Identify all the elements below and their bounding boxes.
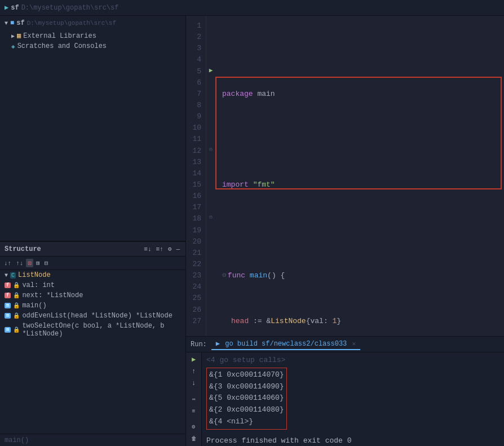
struct-item-listnode[interactable]: ▼ C ListNode [0, 270, 185, 280]
sidebar-item-scratches[interactable]: ◈ Scratches and Consoles [0, 41, 185, 51]
sort-alpha-icon[interactable]: ≡↓ [143, 245, 152, 253]
sort-type-icon[interactable]: ≡↑ [155, 245, 165, 253]
sidebar: ▼ ■ sf D:\mysetup\gopath\src\sf ▶ ▦ Exte… [0, 16, 186, 446]
run-tab-label: go build sf/newclass2/class033 [225, 340, 347, 348]
fold-gutter-12: ⊖ [206, 144, 215, 156]
run-tab-active[interactable]: ▶ go build sf/newclass2/class033 ✕ [211, 338, 360, 350]
lock-icon-twoselect: 🔒 [13, 326, 20, 333]
editor-area: 1234 5678 9101112 13141516 17181920 2122… [186, 16, 504, 446]
field-badge-val: f [5, 282, 11, 288]
project-icon: ■ [10, 19, 14, 27]
project-tree: ▼ ■ sf D:\mysetup\gopath\src\sf ▶ ▦ Exte… [0, 16, 185, 241]
code-line-5: ⊖func main() { [222, 270, 504, 281]
bar-chart-icon: ▦ [17, 32, 21, 40]
code-editor: 1234 5678 9101112 13141516 17181920 2122… [186, 16, 504, 336]
sidebar-item-external-libraries[interactable]: ▶ ▦ External Libraries [0, 30, 185, 41]
structure-panel: Structure ≡↓ ≡↑ ⚙ — ↓↑ ↑↓ ⊡ ⊞ ⊟ [0, 241, 185, 446]
project-path: D:\mysetup\gopath\src\sf [27, 20, 116, 27]
fold-marker-icon: ⊖ [209, 145, 213, 154]
run-output-header: <4 go setup calls> [206, 355, 499, 366]
run-settings-button[interactable]: ⚙ [188, 422, 200, 432]
top-bar-sf: sf [11, 4, 19, 12]
arrow-icon: ▼ [5, 20, 8, 27]
project-root[interactable]: ▼ ■ sf D:\mysetup\gopath\src\sf [0, 16, 185, 30]
sort-up-btn[interactable]: ↑↓ [14, 259, 25, 267]
class-icon: C [10, 272, 16, 279]
struct-item-twoselect[interactable]: m 🔒 twoSelectOne(c bool, a *ListNode, b … [0, 321, 185, 339]
run-output-line-1: &{1 0xc000114070} [209, 369, 284, 381]
run-triangle-icon: ▶ [209, 66, 213, 76]
twoselect-label: twoSelectOne(c bool, a *ListNode, b *Lis… [22, 322, 181, 338]
fold-marker2-icon: ⊖ [209, 213, 213, 222]
run-output-line-2: &{3 0xc000114090} [209, 381, 284, 393]
minimize-icon[interactable]: — [175, 245, 181, 253]
scratches-label: Scratches and Consoles [17, 42, 107, 50]
code-content[interactable]: package main import "fmt" ⊖func main() {… [215, 16, 504, 336]
collapse-btn[interactable]: ⊟ [43, 259, 50, 267]
run-up-button[interactable]: ↑ [188, 366, 200, 376]
fold-5: ⊖ [222, 270, 227, 281]
method-badge-main: m [5, 303, 11, 308]
top-bar-title: ▶ sf D:\mysetup\gopath\src\sf [5, 3, 118, 12]
structure-bottom: main() [0, 434, 185, 446]
run-output-box: &{1 0xc000114070} &{3 0xc000114090} &{5 … [206, 368, 287, 430]
run-gutter: ▶ ⊖ ⊖ [206, 16, 215, 336]
line-numbers: 1234 5678 9101112 13141516 17181920 2122… [186, 16, 206, 336]
run-arrow-line5[interactable]: ▶ [206, 65, 215, 77]
run-filter-button[interactable]: ≡ [188, 407, 200, 416]
struct-item-val[interactable]: f 🔒 val: int [0, 280, 185, 290]
code-line-4 [222, 225, 504, 236]
oddeven-label: oddEvenList(head *ListNode) *ListNode [22, 312, 172, 320]
run-play-button[interactable]: ▶ [188, 355, 200, 364]
struct-item-oddeven[interactable]: m 🔒 oddEvenList(head *ListNode) *ListNod… [0, 311, 185, 321]
scratches-icon: ◈ [11, 43, 15, 50]
structure-title: Structure [5, 245, 41, 253]
filter-btn[interactable]: ⊡ [26, 259, 33, 267]
run-tabs: Run: ▶ go build sf/newclass2/class033 ✕ [186, 337, 504, 352]
method-badge-twoselect: m [5, 327, 11, 333]
run-panel: Run: ▶ go build sf/newclass2/class033 ✕ … [186, 336, 504, 446]
run-label: Run: [191, 341, 207, 348]
settings-icon[interactable]: ⚙ [167, 245, 173, 253]
sort-down-btn[interactable]: ↓↑ [2, 259, 13, 267]
run-down-button[interactable]: ↓ [188, 378, 200, 388]
run-output-footer: Process finished with exit code 0 [206, 435, 499, 446]
run-wrap-button[interactable]: ⇔ [188, 394, 200, 404]
status-main: main() [5, 436, 29, 444]
run-output-line-3: &{5 0xc000114060} [209, 392, 284, 404]
top-bar-path: D:\mysetup\gopath\src\sf [21, 4, 119, 12]
struct-item-next[interactable]: f 🔒 next: *ListNode [0, 290, 185, 301]
run-output-line-4: &{2 0xc000114080} [209, 404, 284, 416]
expand-btn[interactable]: ⊞ [34, 259, 42, 267]
structure-subtoolbar: ↓↑ ↑↓ ⊡ ⊞ ⊟ [0, 257, 185, 270]
code-line-3: import "fmt" [222, 179, 504, 191]
run-tab-icon: ▶ [216, 340, 220, 348]
lock-icon-val: 🔒 [13, 282, 20, 289]
lock-icon-oddeven: 🔒 [13, 312, 20, 319]
run-trash-button[interactable]: 🗑 [188, 434, 200, 444]
structure-content: ▼ C ListNode f 🔒 val: int f 🔒 next: *Lis… [0, 270, 185, 434]
val-label: val: int [22, 281, 55, 289]
project-label: sf [16, 19, 24, 27]
lock-icon-next: 🔒 [13, 292, 20, 299]
run-output-spacer [206, 431, 499, 435]
method-badge-oddeven: m [5, 313, 11, 319]
structure-toolbar: ≡↓ ≡↑ ⚙ — [143, 245, 181, 253]
run-tab-close-icon[interactable]: ✕ [352, 341, 356, 347]
main-layout: ▼ ■ sf D:\mysetup\gopath\src\sf ▶ ▦ Exte… [0, 16, 504, 446]
listnode-label: ListNode [18, 271, 51, 279]
lock-icon-main: 🔒 [13, 302, 20, 309]
fold-gutter-18: ⊖ [206, 212, 215, 223]
code-line-2 [222, 134, 504, 145]
main-label: main() [22, 302, 46, 310]
structure-header: Structure ≡↓ ≡↑ ⚙ — [0, 242, 185, 257]
run-output-line-5: &{4 <nil>} [209, 416, 284, 428]
arrow-right-icon: ▶ [11, 33, 15, 39]
app-container: ▶ sf D:\mysetup\gopath\src\sf ▼ ■ sf D:\… [0, 0, 504, 446]
struct-item-main[interactable]: m 🔒 main() [0, 301, 185, 311]
arrow-icon: ▼ [5, 272, 8, 279]
field-badge-next: f [5, 293, 11, 298]
run-sidebar: ▶ ↑ ↓ ⇔ ≡ ⚙ 🗑 [186, 352, 202, 446]
project-icon: ▶ [5, 3, 8, 12]
next-label: next: *ListNode [22, 292, 83, 299]
